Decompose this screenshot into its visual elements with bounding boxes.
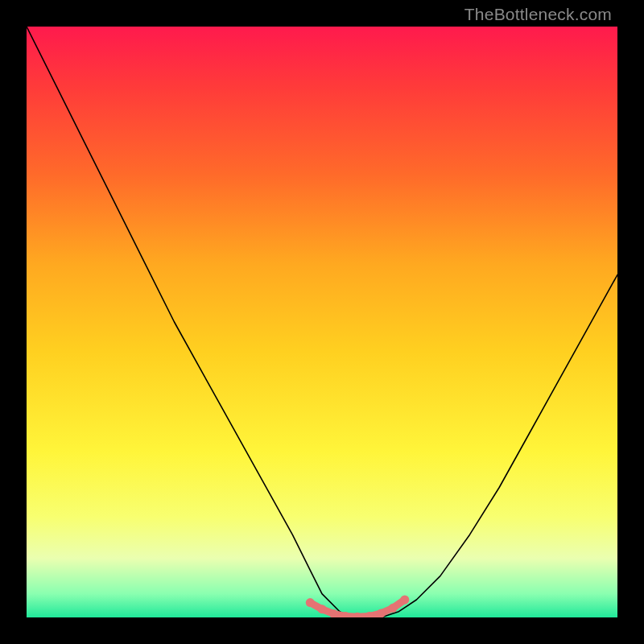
chart-frame: TheBottleneck.com (0, 0, 644, 644)
optimal-range-dot (400, 596, 409, 605)
plot-area (27, 27, 617, 617)
optimal-range-dot (318, 605, 327, 613)
optimal-range-dot (306, 598, 315, 607)
optimal-range-dots (306, 596, 410, 618)
optimal-range-dot (389, 604, 398, 613)
chart-svg (27, 27, 617, 617)
bottleneck-curve (27, 27, 617, 617)
optimal-range-dot (377, 609, 386, 617)
watermark-text: TheBottleneck.com (464, 5, 612, 24)
